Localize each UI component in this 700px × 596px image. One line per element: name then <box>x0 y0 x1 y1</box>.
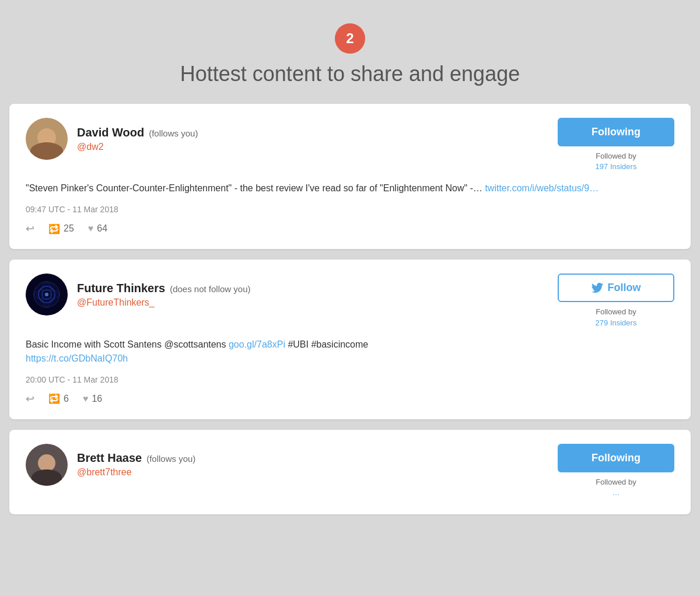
header: 2 Hottest content to share and engage <box>9 12 691 104</box>
like-count-2: ♥ 16 <box>83 394 102 404</box>
page-title: Hottest content to share and engage <box>180 62 520 86</box>
reply-icon-1[interactable]: ↩ <box>26 222 34 235</box>
tweet-link-1[interactable]: twitter.com/i/web/status/9… <box>485 183 598 193</box>
avatar-future-thinkers <box>26 274 68 315</box>
tweet-card-2: Future Thinkers (does not follow you) @F… <box>9 260 691 419</box>
user-name-block-2: Future Thinkers (does not follow you) @F… <box>77 282 251 308</box>
follow-section-2: Follow Followed by 279 Insiders <box>558 274 674 328</box>
tweet-text-2: Basic Income with Scott Santens @scottsa… <box>26 338 674 366</box>
followed-by-2: Followed by 279 Insiders <box>596 307 637 328</box>
user-name-row-3: Brett Haase (follows you) <box>77 451 195 465</box>
avatar-david-wood <box>26 118 68 160</box>
follow-status-3: (follows you) <box>146 454 195 464</box>
tweet-time-1: 09:47 UTC - 11 Mar 2018 <box>26 205 674 214</box>
heart-icon-1: ♥ <box>88 223 94 234</box>
followed-by-count-1: 197 Insiders <box>596 162 637 172</box>
follow-status-1: (follows you) <box>149 128 198 138</box>
twitter-bird-icon <box>592 283 603 293</box>
follow-section-3: Following Followed by … <box>558 444 674 498</box>
followed-by-1: Followed by 197 Insiders <box>596 151 637 172</box>
tweet-card-1: David Wood (follows you) @dw2 Following … <box>9 104 691 249</box>
follow-section-1: Following Followed by 197 Insiders <box>558 118 674 172</box>
user-handle-2: @FutureThinkers_ <box>77 297 251 308</box>
followed-by-3: Followed by … <box>596 477 636 498</box>
tweet-header-2: Future Thinkers (does not follow you) @F… <box>26 274 674 328</box>
user-name-block-1: David Wood (follows you) @dw2 <box>77 126 198 152</box>
user-name-3: Brett Haase <box>77 451 142 465</box>
tweet-text-1: "Steven Pinker's Counter-Counter-Enlight… <box>26 181 674 195</box>
heart-icon-2: ♥ <box>83 394 89 404</box>
user-handle-1: @dw2 <box>77 142 198 152</box>
reply-icon-2[interactable]: ↩ <box>26 392 34 405</box>
following-button-1[interactable]: Following <box>558 118 674 146</box>
tweet-actions-1: ↩ 🔁 25 ♥ 64 <box>26 222 674 235</box>
followed-by-count-2: 279 Insiders <box>596 318 637 328</box>
page-container: 2 Hottest content to share and engage Da… <box>0 12 700 514</box>
tweet-link-2b[interactable]: https://t.co/GDbNaIQ70h <box>26 353 128 363</box>
user-name-row-1: David Wood (follows you) <box>77 126 198 139</box>
user-handle-3: @brett7three <box>77 467 195 478</box>
tweet-header-3: Brett Haase (follows you) @brett7three F… <box>26 444 674 498</box>
badge-number: 2 <box>346 30 354 47</box>
followed-by-count-3: … <box>596 488 636 498</box>
user-info-3: Brett Haase (follows you) @brett7three <box>26 444 195 486</box>
retweet-icon-1: 🔁 <box>48 223 60 234</box>
retweet-count-2: 🔁 6 <box>48 393 69 404</box>
following-button-3[interactable]: Following <box>558 444 674 472</box>
step-badge: 2 <box>335 23 365 54</box>
follow-button-2[interactable]: Follow <box>558 274 674 302</box>
tweet-header-1: David Wood (follows you) @dw2 Following … <box>26 118 674 172</box>
follow-status-2: (does not follow you) <box>170 284 250 294</box>
user-name-1: David Wood <box>77 126 144 139</box>
user-name-row-2: Future Thinkers (does not follow you) <box>77 282 251 295</box>
avatar-brett-haase <box>26 444 68 486</box>
tweet-time-2: 20:00 UTC - 11 Mar 2018 <box>26 375 674 384</box>
user-info-1: David Wood (follows you) @dw2 <box>26 118 198 160</box>
tweet-actions-2: ↩ 🔁 6 ♥ 16 <box>26 392 674 405</box>
user-name-block-3: Brett Haase (follows you) @brett7three <box>77 451 195 478</box>
retweet-count-1: 🔁 25 <box>48 223 74 234</box>
like-count-1: ♥ 64 <box>88 223 107 234</box>
future-thinkers-logo <box>32 280 61 309</box>
user-name-2: Future Thinkers <box>77 282 165 295</box>
user-info-2: Future Thinkers (does not follow you) @F… <box>26 274 251 315</box>
tweet-link-2a[interactable]: goo.gl/7a8xPi <box>229 339 285 349</box>
tweet-card-3: Brett Haase (follows you) @brett7three F… <box>9 430 691 514</box>
retweet-icon-2: 🔁 <box>48 393 60 404</box>
